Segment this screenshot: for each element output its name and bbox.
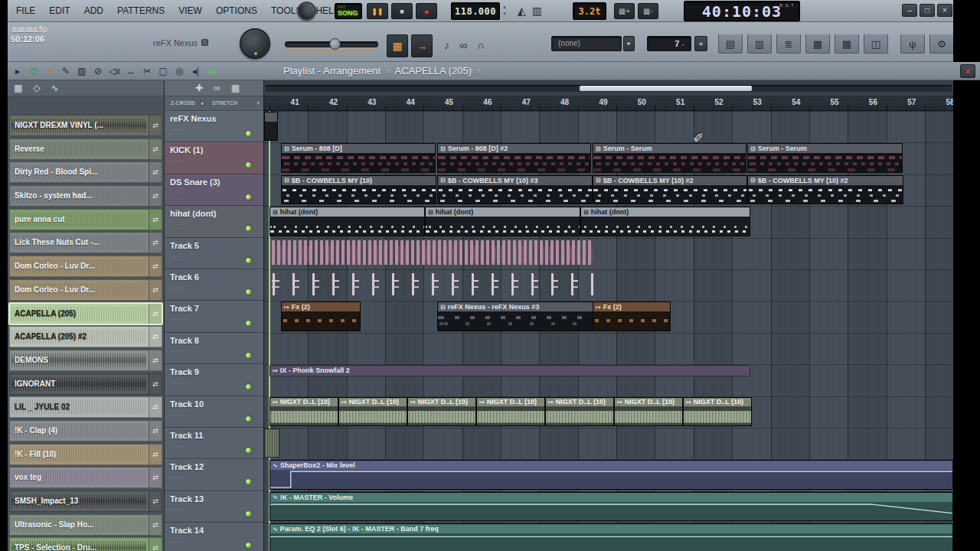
- browser-item[interactable]: !K - Fill (10)⇄: [9, 444, 162, 465]
- clip-nigxt[interactable]: ↦NIGXT D..L (10): [545, 397, 614, 426]
- clip-nigxt[interactable]: ↦NIGXT D..L (10): [270, 397, 338, 426]
- clip-nigxt[interactable]: ↦NIGXT D..L (10): [407, 397, 476, 426]
- stretch-handle-icon[interactable]: ⇄: [149, 186, 162, 206]
- track-header[interactable]: Track 11.....: [165, 428, 264, 459]
- browser-item[interactable]: !K - Clap (4)⇄: [9, 420, 162, 442]
- track-header[interactable]: Track 10.....: [165, 396, 264, 428]
- browser-item[interactable]: vox teg⇄: [9, 467, 162, 488]
- stretch-handle-icon[interactable]: ⇄: [149, 421, 162, 441]
- browser-item[interactable]: Skitzo - system had...⇄: [9, 185, 162, 207]
- delete-tool-icon[interactable]: ⊘: [93, 64, 103, 79]
- track-led[interactable]: [246, 131, 251, 136]
- stretch-handle-icon[interactable]: ⇄: [149, 327, 162, 347]
- clip-cowbell[interactable]: ⊟$B - COWBELLS MY (10) #2: [593, 175, 747, 204]
- clip-hihat[interactable]: ⊟hihat (dont): [580, 207, 750, 236]
- tempo-spinner[interactable]: ▲▼: [502, 4, 507, 18]
- browser-item[interactable]: Lick These Nuts Cut -...⇄: [9, 232, 162, 253]
- typing-keyboard-icon[interactable]: ∩: [477, 37, 485, 54]
- stretch-handle-icon[interactable]: ⇄: [149, 304, 162, 324]
- pause-button[interactable]: ❚❚: [367, 3, 388, 19]
- note-icon[interactable]: ♪: [444, 37, 449, 54]
- stretch-handle-icon[interactable]: ⇄: [149, 445, 162, 465]
- clip-nigxt[interactable]: ↦NIGXT D..L (10): [476, 397, 545, 426]
- tab-instruments-icon[interactable]: ◇: [33, 80, 40, 96]
- stretch-handle-icon[interactable]: ⇄: [149, 256, 162, 276]
- track-led[interactable]: [246, 226, 251, 231]
- scroll-thumb[interactable]: [580, 86, 752, 91]
- plugin-picker-icon[interactable]: ψ: [900, 34, 925, 54]
- clip-kick[interactable]: ⊟Serum - Serum: [593, 143, 746, 172]
- menu-edit[interactable]: EDIT: [42, 0, 77, 22]
- track-header[interactable]: Track 8.....: [165, 333, 264, 364]
- tracks-link-icon[interactable]: ∞: [214, 80, 220, 96]
- clip-nigxt[interactable]: ↦NIGXT D..L (10): [683, 397, 752, 426]
- tracks-plus-icon[interactable]: ✚: [195, 80, 203, 96]
- menu-file[interactable]: FILE: [9, 0, 42, 22]
- clip-cowbell[interactable]: ⊟$B - COWBELLS MY (10) #3: [437, 175, 593, 204]
- clip-nigxt[interactable]: ↦NIGXT D..L (10): [338, 397, 407, 426]
- track-led[interactable]: [246, 289, 251, 295]
- track-header[interactable]: Track 9.....: [165, 364, 264, 396]
- menu-view[interactable]: VIEW: [172, 0, 209, 22]
- scroll-groove[interactable]: [266, 85, 952, 92]
- track-led[interactable]: [246, 384, 251, 390]
- paint-tool-icon[interactable]: ▨: [77, 64, 87, 79]
- clip-notes-sparse[interactable]: [272, 270, 593, 299]
- clip-auto-teal[interactable]: ∿Param. EQ 2 (Slot 6) - !K - MASTER - Ba…: [270, 523, 953, 551]
- stretch-handle-icon[interactable]: ⇄: [149, 280, 162, 300]
- stretch-handle-icon[interactable]: ⇄: [149, 162, 162, 182]
- clip-kick[interactable]: ⊟Serum - Serum: [747, 143, 903, 172]
- stretch-handle-icon[interactable]: ⇄: [149, 374, 162, 394]
- select-tool-icon[interactable]: ▢: [158, 64, 168, 79]
- track-led[interactable]: [246, 258, 251, 263]
- overdub-icon[interactable]: ▦◦: [638, 3, 658, 19]
- track-header[interactable]: Track 5.....: [165, 238, 264, 269]
- zoom-tool-icon[interactable]: ◎: [174, 64, 185, 79]
- browser-item[interactable]: Dom Corleo - Luv Dr...⇄: [9, 279, 162, 301]
- browser-item[interactable]: Reverse⇄: [9, 139, 162, 160]
- clip-stub-wave[interactable]: [264, 429, 279, 458]
- maximize-button[interactable]: □: [920, 4, 935, 17]
- controller-selector-arrow[interactable]: ▸: [623, 36, 635, 51]
- browser-item[interactable]: Ultrasonic - Slap Ho...⇄: [9, 514, 162, 536]
- playback-tool-icon[interactable]: ◂|: [190, 64, 201, 79]
- controller-selector[interactable]: (none): [551, 36, 622, 51]
- stop-button[interactable]: ■: [391, 3, 413, 19]
- typing-octave-stepper[interactable]: 7-: [647, 36, 691, 51]
- track-header[interactable]: Track 12.....: [165, 459, 264, 491]
- clip-kick[interactable]: ⊟Serum - 808 [D] #2: [437, 143, 591, 172]
- playlist-menu-icon[interactable]: ▸: [12, 64, 23, 79]
- close-button[interactable]: ×: [937, 4, 952, 17]
- browser-item[interactable]: LIL _ JYULE 02⇄: [9, 396, 162, 418]
- track-header[interactable]: Track 13.....: [165, 491, 264, 523]
- stretch-handle-icon[interactable]: ⇄: [149, 538, 162, 551]
- slice-tool-icon[interactable]: ✂: [142, 64, 152, 79]
- browser-item[interactable]: NIGXT DREXM VINYL (...⇄: [9, 115, 162, 136]
- main-volume-knob[interactable]: [240, 28, 270, 59]
- open-score-icon[interactable]: ▤: [718, 34, 743, 54]
- browser-item[interactable]: TPS - Selection - Dru...⇄: [9, 537, 162, 551]
- stretch-handle-icon[interactable]: ⇄: [149, 515, 162, 535]
- mute-tool-icon[interactable]: ◁x: [109, 64, 120, 79]
- stretch-handle-icon[interactable]: ⇄: [149, 468, 162, 487]
- record-button[interactable]: ●: [416, 3, 437, 19]
- clip-fx[interactable]: ↦Fx (2): [593, 302, 671, 331]
- track-led[interactable]: [246, 543, 251, 548]
- browser-item[interactable]: ACAPELLA (205) #2⇄: [9, 326, 162, 347]
- track-header[interactable]: hihat (dont).....: [165, 206, 264, 237]
- step-arrow-button[interactable]: →: [411, 34, 433, 57]
- channel-rack-icon[interactable]: ▩: [805, 34, 830, 54]
- clip-stub-pattern[interactable]: [264, 112, 278, 141]
- zcross-knob[interactable]: [200, 101, 205, 106]
- clip-auto-teal[interactable]: ∿!K - MASTER - Volume: [270, 492, 953, 521]
- menu-patterns[interactable]: PATTERNS: [110, 0, 172, 22]
- tempo-display[interactable]: 118.000: [451, 2, 500, 20]
- pattern-selector-icon[interactable]: ≣: [776, 34, 801, 54]
- snap-magnet-icon[interactable]: Ω: [28, 64, 39, 79]
- track-header[interactable]: Track 7.....: [165, 301, 264, 332]
- track-header[interactable]: KICK (1).....: [165, 142, 264, 174]
- track-header[interactable]: Track 6.....: [165, 269, 264, 301]
- pat-song-switch[interactable]: PAT SONG: [335, 3, 362, 19]
- tools-wrench-icon[interactable]: ⚙: [929, 34, 954, 54]
- wait-input-icon[interactable]: ▥: [532, 3, 542, 19]
